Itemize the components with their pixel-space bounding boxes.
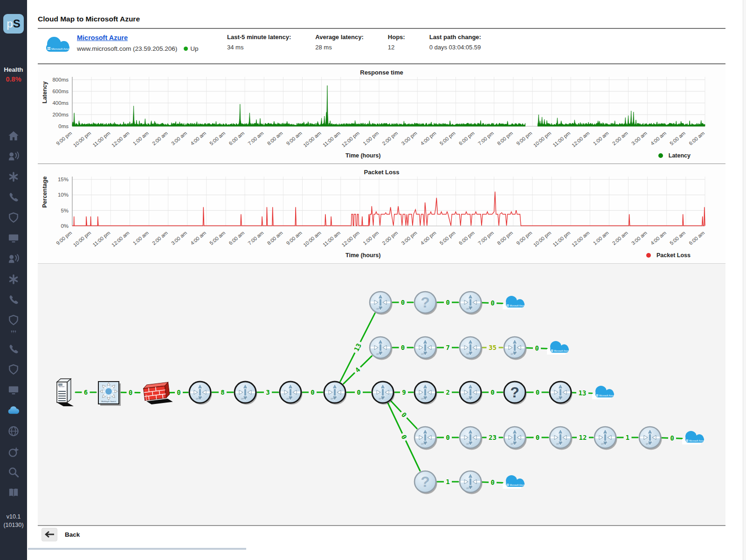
link-metric-label: 0 [446, 434, 449, 441]
sidebar-item-globe-star-16[interactable] [7, 445, 20, 458]
sidebar-item-monitor-13[interactable] [7, 384, 20, 396]
x-tick-label: 1:00 am [592, 230, 610, 246]
link-metric-label: 0 [311, 389, 314, 396]
sidebar-item-voice-6[interactable] [7, 253, 20, 265]
chart-legend: Packet Loss [646, 252, 691, 259]
link-metric-label: 13 [578, 389, 586, 397]
x-tick-label: 1:00 am [132, 130, 150, 146]
back-button[interactable] [41, 528, 57, 541]
chart-x-axis-title: Time (hours) [345, 252, 380, 259]
svg-text:Microsoft Azure: Microsoft Azure [510, 305, 525, 307]
node-firewall-fw1[interactable]: Firewall [143, 382, 173, 405]
shield-icon [7, 212, 20, 224]
x-tick-label: 12:00 am [571, 130, 591, 148]
x-tick-label: 6:00 pm [458, 230, 476, 246]
sidebar-item-globe-15[interactable] [7, 425, 20, 437]
monitor-icon [7, 232, 20, 245]
x-tick-label: 10:00 am [302, 130, 322, 148]
svg-text:Microsoft Azure: Microsoft Azure [554, 350, 569, 352]
x-tick-label: 3:00 pm [400, 130, 418, 146]
link-metric-label: 35 [489, 344, 497, 351]
x-tick-label: 6:00 am [228, 130, 245, 146]
x-tick-label: 2:00 pm [381, 130, 399, 146]
cloud-icon [7, 404, 20, 417]
x-tick-label: 4:00 am [649, 230, 667, 246]
link-metric-label: 3 [266, 389, 269, 396]
legend-dot [646, 253, 651, 258]
sidebar-item-dots-10[interactable] [7, 330, 20, 336]
x-tick-label: 12:00 pm [340, 130, 360, 148]
x-tick-label: 3:00 am [630, 130, 648, 146]
x-tick-label: 2:00 am [611, 130, 629, 146]
legend-label: Latency [669, 152, 691, 159]
sidebar-item-asterisk-7[interactable] [7, 273, 20, 286]
sidebar-item-phone-8[interactable] [7, 294, 20, 306]
back-arrow-icon [45, 531, 54, 538]
topology-canvas: 600830092001313400007350000230121010Serv… [38, 264, 725, 523]
device-link[interactable]: Microsoft Azure [77, 34, 128, 41]
sidebar-item-cloud-14[interactable] [7, 404, 20, 417]
link-metric-label: 0 [490, 478, 495, 486]
vertical-scrollbar[interactable] [743, 0, 746, 560]
asterisk-icon [7, 273, 20, 286]
app-logo[interactable]: pS [3, 14, 24, 34]
sidebar-item-home-0[interactable] [7, 130, 20, 142]
sidebar-item-magnifier-17[interactable] [7, 466, 20, 478]
horizontal-scrollbar-thumb[interactable] [28, 548, 246, 550]
x-tick-label: 7:00 pm [477, 130, 495, 146]
home-icon [7, 130, 20, 142]
x-tick-label: 5:00 am [208, 130, 226, 146]
response-time-chart: Response timeLatency800ms600ms400ms200ms… [38, 64, 725, 164]
x-tick-label: 12:00 am [111, 230, 131, 248]
x-tick-label: 12:00 pm [340, 230, 360, 248]
x-tick-label: 5:00 am [669, 230, 686, 246]
svg-text:Microsoft Azure: Microsoft Azure [510, 484, 525, 486]
node-mlswitch-sw1[interactable]: Multilayer Switch [98, 382, 121, 406]
sidebar-nav [0, 130, 27, 507]
legend-dot [658, 153, 663, 158]
link-metric-label: 8 [221, 389, 224, 396]
sidebar-item-book-18[interactable] [7, 486, 20, 499]
y-tick-label: 0ms [58, 123, 69, 129]
shield-icon [7, 363, 20, 376]
sidebar-item-monitor-5[interactable] [7, 232, 20, 245]
y-tick-label: 400ms [52, 100, 69, 106]
sidebar-item-asterisk-2[interactable] [7, 171, 20, 183]
chart-y-axis-title: Percentage [41, 177, 48, 208]
x-tick-label: 7:00 am [247, 230, 264, 246]
x-tick-label: 8:00 am [266, 230, 283, 246]
cloud-map-page: { "sidebar": { "logo": {"p": "p", "s": "… [0, 0, 746, 560]
phone-icon [7, 294, 20, 306]
x-tick-label: 2:00 am [611, 230, 629, 246]
link-metric-label: 0 [177, 389, 181, 396]
x-tick-label: 4:00 pm [419, 130, 437, 146]
chart-x-axis-title: Time (hours) [345, 152, 380, 159]
sidebar-item-shield-12[interactable] [7, 363, 20, 376]
y-tick-label: 800ms [52, 77, 69, 82]
sidebar-item-phone-3[interactable] [7, 191, 20, 204]
x-tick-label: 12:00 am [571, 230, 591, 248]
stat-last5-latency: Last-5 minute latency: 34 ms [227, 34, 291, 51]
sidebar-item-phone-11[interactable] [7, 343, 20, 355]
x-tick-label: 9:00 am [285, 130, 303, 146]
sidebar-item-shield-9[interactable] [7, 314, 20, 327]
asterisk-icon [7, 171, 20, 183]
svg-text:?: ? [421, 294, 430, 311]
link-metric-label: 0 [535, 344, 539, 352]
x-tick-label: 11:00 am [322, 130, 341, 148]
sidebar-item-voice-1[interactable] [7, 150, 20, 163]
health-label: Health [0, 66, 27, 73]
x-tick-label: 2:00 pm [381, 230, 399, 246]
globe-star-icon [7, 445, 20, 458]
link-metric-label: 0 [490, 389, 494, 396]
book-icon [7, 486, 20, 499]
link-metric-label: 0 [490, 299, 495, 307]
y-tick-label: 15% [58, 177, 69, 182]
chart-title: Response time [38, 69, 705, 76]
x-tick-label: 1:00 pm [362, 230, 380, 246]
azure-cloud-icon: Microsoft Azure [43, 34, 73, 58]
x-tick-label: 3:00 pm [400, 230, 418, 246]
sidebar-item-shield-4[interactable] [7, 212, 20, 224]
device-summary: Microsoft Azure Microsoft Azure www.micr… [38, 29, 725, 63]
link-metric-label: 7 [446, 344, 449, 351]
